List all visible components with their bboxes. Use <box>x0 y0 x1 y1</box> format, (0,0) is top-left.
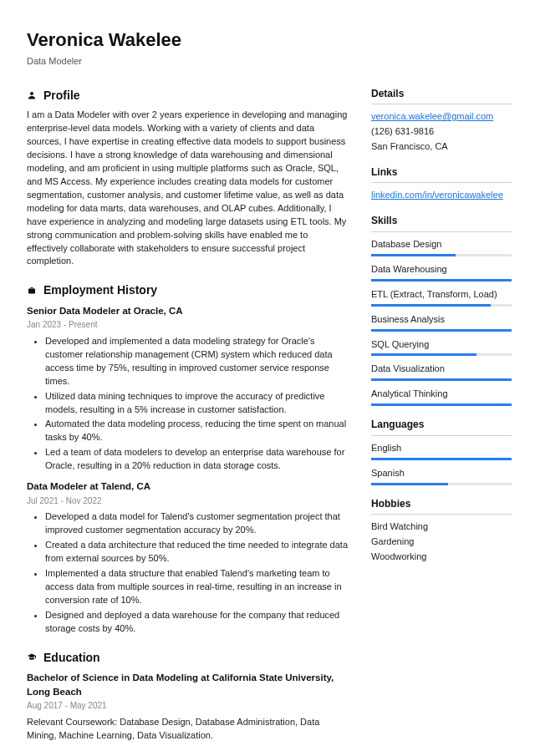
job-bullets: Developed and implemented a data modelin… <box>27 335 349 473</box>
skill-item-bar <box>371 329 512 332</box>
skill-item-label: SQL Querying <box>371 338 512 352</box>
details-heading: Details <box>371 87 512 101</box>
skills-section: Skills Database DesignData WarehousingET… <box>371 214 512 406</box>
header: Veronica Wakelee Data Modeler <box>27 27 512 68</box>
skill-item-bar-fill <box>371 403 512 406</box>
skill-item: Data Warehousing <box>371 263 512 282</box>
skill-item: SQL Querying <box>371 338 512 357</box>
skill-item-bar <box>371 304 512 307</box>
job-bullet: Developed and implemented a data modelin… <box>45 335 349 388</box>
links-section: Links linkedin.com/in/veronicawakelee <box>371 165 512 202</box>
job-title: Data Modeler at Talend, CA <box>27 479 349 494</box>
job-bullet: Designed and deployed a data warehouse f… <box>45 609 349 636</box>
employment-heading: Employment History <box>43 282 157 298</box>
profile-heading: Profile <box>43 87 80 104</box>
skills-heading: Skills <box>371 214 512 228</box>
job: Senior Data Modeler at Oracle, CAJan 202… <box>27 304 349 474</box>
job-bullet: Led a team of data modelers to develop a… <box>45 446 349 473</box>
skill-item: Business Analysis <box>371 313 512 332</box>
job-bullet: Automated the data modeling process, red… <box>45 418 349 444</box>
job-dates: Jul 2021 - Nov 2022 <box>27 495 349 508</box>
hobby-item: Woodworking <box>371 551 512 564</box>
skill-item: Database Design <box>371 238 512 256</box>
language-item-bar <box>371 483 512 485</box>
language-item-label: English <box>371 442 512 455</box>
language-item: Spanish <box>371 467 512 485</box>
education-section: Education Bachelor of Science in Data Mo… <box>27 649 349 743</box>
linkedin-link[interactable]: linkedin.com/in/veronicawakelee <box>371 189 512 202</box>
job-bullet: Developed a data model for Talend's cust… <box>45 510 349 537</box>
education-desc: Relevant Coursework: Database Design, Da… <box>27 716 349 743</box>
skill-item-label: Database Design <box>371 238 512 251</box>
language-item-label: Spanish <box>371 467 512 480</box>
skill-item-bar-fill <box>371 304 491 307</box>
education-heading: Education <box>43 649 100 666</box>
email-link[interactable]: veronica.wakelee@gmail.com <box>371 110 512 124</box>
education-degree: Bachelor of Science in Data Modeling at … <box>27 671 349 698</box>
hobby-item: Bird Watching <box>371 520 512 534</box>
skill-item-bar-fill <box>371 378 512 381</box>
skill-item-bar-fill <box>371 353 476 356</box>
location-text: San Francisco, CA <box>371 140 512 154</box>
profile-section: Profile I am a Data Modeler with over 2 … <box>27 87 349 269</box>
side-column: Details veronica.wakelee@gmail.com (126)… <box>371 87 512 756</box>
briefcase-icon <box>27 286 37 296</box>
graduation-cap-icon <box>27 652 37 662</box>
job-dates: Jan 2023 - Present <box>27 319 349 332</box>
skill-item: Data Visualization <box>371 363 512 381</box>
education-dates: Aug 2017 - May 2021 <box>27 700 349 713</box>
main-column: Profile I am a Data Modeler with over 2 … <box>27 87 349 756</box>
skill-item-bar <box>371 403 512 406</box>
person-title: Data Modeler <box>27 55 512 68</box>
phone-text: (126) 631-9816 <box>371 125 512 139</box>
columns: Profile I am a Data Modeler with over 2 … <box>27 87 512 756</box>
job-bullets: Developed a data model for Talend's cust… <box>27 510 349 635</box>
skill-item-label: Analytical Thinking <box>371 388 512 401</box>
skill-item-label: ETL (Extract, Transform, Load) <box>371 288 512 302</box>
language-item: English <box>371 442 512 460</box>
language-item-bar <box>371 458 512 460</box>
skill-item-bar <box>371 353 512 356</box>
job-bullet: Implemented a data structure that enable… <box>45 567 349 607</box>
divider <box>371 231 512 232</box>
job-bullet: Utilized data mining techniques to impro… <box>45 390 349 417</box>
skill-item-label: Data Visualization <box>371 363 512 376</box>
job-bullet: Created a data architecture that reduced… <box>45 539 349 566</box>
hobby-item: Gardening <box>371 535 512 549</box>
skill-item-bar-fill <box>371 279 512 282</box>
details-section: Details veronica.wakelee@gmail.com (126)… <box>371 87 512 154</box>
job: Data Modeler at Talend, CAJul 2021 - Nov… <box>27 479 349 636</box>
skill-item-bar-fill <box>371 254 456 256</box>
divider <box>371 182 512 183</box>
skill-item: ETL (Extract, Transform, Load) <box>371 288 512 307</box>
language-item-bar-fill <box>371 483 448 485</box>
skill-item-label: Business Analysis <box>371 313 512 327</box>
skill-item-label: Data Warehousing <box>371 263 512 277</box>
hobbies-heading: Hobbies <box>371 497 512 511</box>
skill-item: Analytical Thinking <box>371 388 512 406</box>
divider <box>371 435 512 436</box>
job-title: Senior Data Modeler at Oracle, CA <box>27 304 349 318</box>
languages-section: Languages EnglishSpanish <box>371 418 512 485</box>
skill-item-bar <box>371 279 512 282</box>
divider <box>371 104 512 104</box>
profile-text: I am a Data Modeler with over 2 years ex… <box>27 109 349 268</box>
skill-item-bar <box>371 378 512 381</box>
divider <box>371 514 512 515</box>
skill-item-bar <box>371 254 512 256</box>
languages-heading: Languages <box>371 418 512 432</box>
person-name: Veronica Wakelee <box>27 27 512 53</box>
language-item-bar-fill <box>371 458 512 460</box>
employment-section: Employment History Senior Data Modeler a… <box>27 282 349 635</box>
person-icon <box>27 90 37 100</box>
links-heading: Links <box>371 165 512 180</box>
hobbies-section: Hobbies Bird WatchingGardeningWoodworkin… <box>371 497 512 564</box>
svg-point-0 <box>30 92 33 95</box>
skill-item-bar-fill <box>371 329 512 332</box>
